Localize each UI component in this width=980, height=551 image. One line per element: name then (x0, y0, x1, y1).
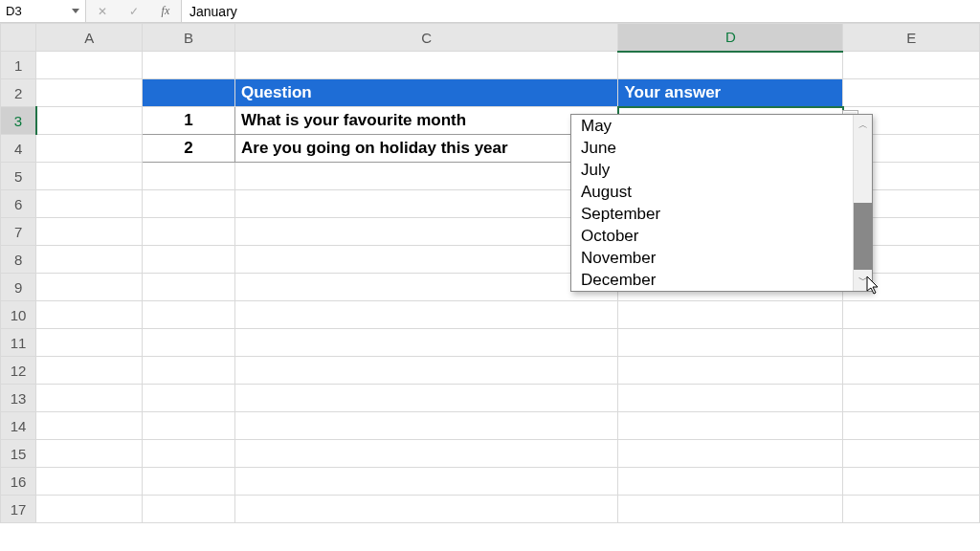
row-header-2[interactable]: 2 (1, 79, 36, 107)
cancel-icon[interactable]: ✕ (98, 5, 107, 18)
name-box-dropdown-icon[interactable] (70, 6, 81, 17)
dropdown-option[interactable]: July (571, 159, 853, 181)
cell-A5[interactable] (36, 163, 143, 190)
cell-D12[interactable] (618, 357, 843, 385)
fx-icon[interactable]: fx (162, 4, 170, 18)
cell-E12[interactable] (843, 357, 980, 385)
cell-D1[interactable] (618, 52, 843, 79)
cell-B15[interactable] (143, 440, 235, 468)
cell-D13[interactable] (618, 385, 843, 412)
cell-C17[interactable] (234, 496, 617, 523)
cell-B5[interactable] (143, 163, 235, 190)
dropdown-option[interactable]: September (571, 203, 853, 225)
cell-B12[interactable] (143, 357, 235, 385)
cell-E14[interactable] (843, 412, 980, 440)
col-header-D[interactable]: D (618, 24, 843, 52)
cell-A13[interactable] (36, 385, 143, 412)
row-header-15[interactable]: 15 (1, 440, 36, 468)
cell-C11[interactable] (234, 329, 617, 357)
cell-B4[interactable]: 2 (143, 135, 235, 163)
row-header-14[interactable]: 14 (1, 412, 36, 440)
cell-D10[interactable] (618, 301, 843, 329)
cell-A17[interactable] (36, 496, 143, 523)
cell-A14[interactable] (36, 412, 143, 440)
col-header-B[interactable]: B (143, 24, 235, 52)
cell-A12[interactable] (36, 357, 143, 385)
dropdown-option[interactable]: December (571, 269, 853, 291)
row-header-4[interactable]: 4 (1, 135, 36, 163)
cell-A6[interactable] (36, 190, 143, 218)
dropdown-option[interactable]: October (571, 225, 853, 247)
row-header-13[interactable]: 13 (1, 385, 36, 412)
col-header-E[interactable]: E (843, 24, 980, 52)
cell-D2[interactable]: Your answer (618, 79, 843, 107)
cell-B8[interactable] (143, 246, 235, 274)
cell-B14[interactable] (143, 412, 235, 440)
cell-B1[interactable] (143, 52, 235, 79)
cell-B6[interactable] (143, 190, 235, 218)
dropdown-option[interactable]: November (571, 247, 853, 269)
data-validation-dropdown[interactable]: MayJuneJulyAugustSeptemberOctoberNovembe… (570, 114, 873, 292)
row-header-6[interactable]: 6 (1, 190, 36, 218)
cell-B16[interactable] (143, 468, 235, 496)
cell-C14[interactable] (234, 412, 617, 440)
cell-C2[interactable]: Question (234, 79, 617, 107)
row-header-11[interactable]: 11 (1, 329, 36, 357)
cell-E11[interactable] (843, 329, 980, 357)
cell-D17[interactable] (618, 496, 843, 523)
dropdown-option[interactable]: June (571, 137, 853, 159)
cell-E13[interactable] (843, 385, 980, 412)
cell-C12[interactable] (234, 357, 617, 385)
row-header-8[interactable]: 8 (1, 246, 36, 274)
cell-C9[interactable] (234, 274, 617, 301)
cell-A1[interactable] (36, 52, 143, 79)
cell-D14[interactable] (618, 412, 843, 440)
cell-B10[interactable] (143, 301, 235, 329)
select-all-corner[interactable] (1, 24, 36, 52)
dropdown-option[interactable]: May (571, 115, 853, 137)
cell-A15[interactable] (36, 440, 143, 468)
cell-A9[interactable] (36, 274, 143, 301)
row-header-16[interactable]: 16 (1, 468, 36, 496)
cell-A2[interactable] (36, 79, 143, 107)
row-header-3[interactable]: 3 (1, 107, 36, 135)
cell-B7[interactable] (143, 218, 235, 246)
cell-D15[interactable] (618, 440, 843, 468)
dropdown-option[interactable]: August (571, 181, 853, 203)
col-header-A[interactable]: A (36, 24, 143, 52)
dropdown-scrollbar[interactable]: ︿ ﹀ (853, 115, 872, 291)
cell-E16[interactable] (843, 468, 980, 496)
cell-D16[interactable] (618, 468, 843, 496)
formula-input[interactable]: January (182, 0, 980, 22)
cell-C6[interactable] (234, 190, 617, 218)
cell-E15[interactable] (843, 440, 980, 468)
cell-C16[interactable] (234, 468, 617, 496)
scroll-track[interactable] (854, 136, 872, 270)
confirm-icon[interactable]: ✓ (129, 5, 139, 18)
cell-E17[interactable] (843, 496, 980, 523)
row-header-10[interactable]: 10 (1, 301, 36, 329)
cell-A7[interactable] (36, 218, 143, 246)
cell-B11[interactable] (143, 329, 235, 357)
cell-C10[interactable] (234, 301, 617, 329)
cell-C15[interactable] (234, 440, 617, 468)
cell-B2[interactable] (143, 79, 235, 107)
cell-B13[interactable] (143, 385, 235, 412)
cell-B17[interactable] (143, 496, 235, 523)
name-box[interactable]: D3 (0, 0, 86, 22)
cell-C4[interactable]: Are you going on holiday this year (234, 135, 617, 163)
row-header-5[interactable]: 5 (1, 163, 36, 190)
cell-C13[interactable] (234, 385, 617, 412)
row-header-12[interactable]: 12 (1, 357, 36, 385)
cell-C1[interactable] (234, 52, 617, 79)
cell-B9[interactable] (143, 274, 235, 301)
cell-A4[interactable] (36, 135, 143, 163)
cell-C5[interactable] (234, 163, 617, 190)
cell-A16[interactable] (36, 468, 143, 496)
row-header-1[interactable]: 1 (1, 52, 36, 79)
cell-C8[interactable] (234, 246, 617, 274)
cell-E10[interactable] (843, 301, 980, 329)
row-header-9[interactable]: 9 (1, 274, 36, 301)
scroll-down-icon[interactable]: ﹀ (854, 270, 872, 291)
row-header-17[interactable]: 17 (1, 496, 36, 523)
